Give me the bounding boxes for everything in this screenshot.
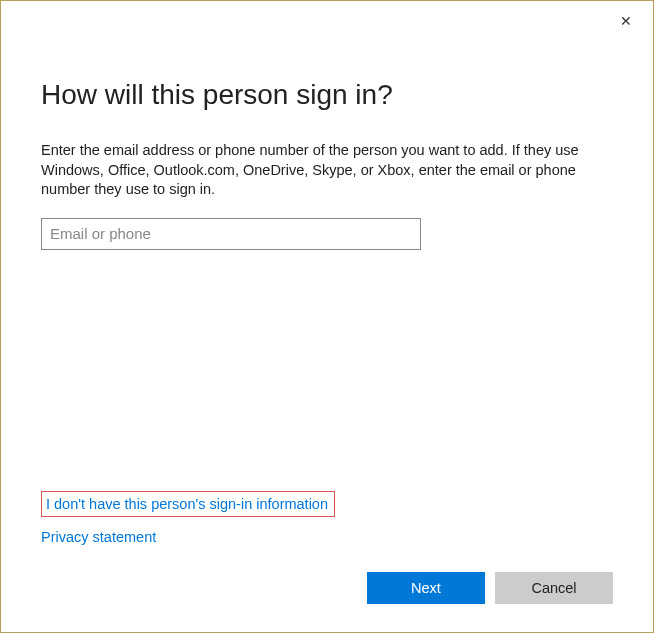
dialog-description: Enter the email address or phone number … [41,141,601,200]
email-or-phone-input[interactable] [41,218,421,250]
close-button[interactable]: ✕ [611,9,641,33]
dialog-links: I don't have this person's sign-in infor… [41,491,335,545]
dialog-content: How will this person sign in? Enter the … [1,1,653,250]
privacy-statement-link[interactable]: Privacy statement [41,529,335,545]
no-signin-info-link[interactable]: I don't have this person's sign-in infor… [46,496,328,512]
next-button[interactable]: Next [367,572,485,604]
cancel-button[interactable]: Cancel [495,572,613,604]
dialog-button-bar: Next Cancel [367,572,613,604]
close-icon: ✕ [620,13,632,29]
dialog-heading: How will this person sign in? [41,79,613,111]
no-signin-info-highlight: I don't have this person's sign-in infor… [41,491,335,517]
